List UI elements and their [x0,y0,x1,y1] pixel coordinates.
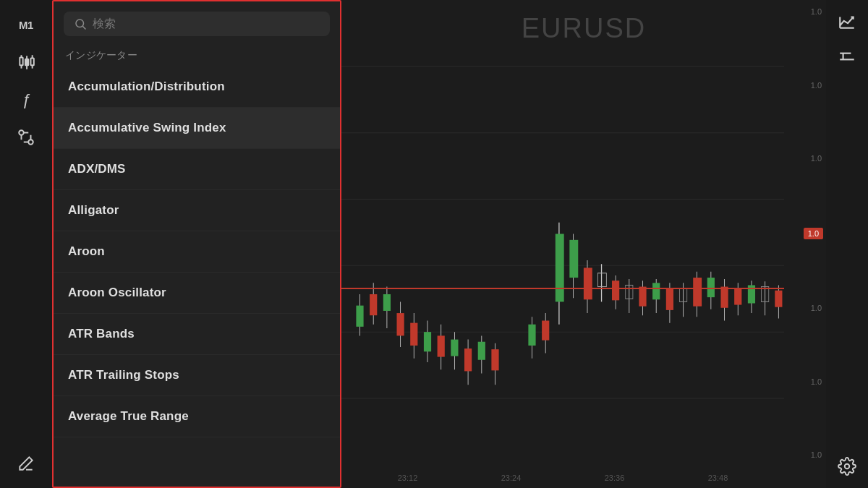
svg-rect-82 [775,291,782,307]
price-label-2: 1.0 [784,81,826,90]
svg-rect-38 [451,340,458,356]
svg-point-88 [845,464,850,469]
svg-line-16 [82,26,85,29]
svg-rect-70 [693,278,702,307]
edit-icon[interactable] [10,448,42,479]
svg-rect-34 [424,332,431,351]
svg-rect-30 [397,313,404,335]
indicator-item-8[interactable]: Average True Range [54,396,340,437]
candlestick-icon[interactable] [10,46,42,78]
time-axis: 23:1223:2423:3623:48 [341,468,784,488]
svg-rect-56 [597,273,606,287]
indicator-item-6[interactable]: ATR Bands [54,314,340,355]
svg-rect-36 [438,335,445,356]
svg-rect-6 [31,59,34,66]
price-label-5: 1.0 [784,304,826,312]
svg-point-10 [28,140,33,145]
object-icon[interactable] [10,121,42,153]
indicator-item-0[interactable]: Accumulation/Distribution [54,67,340,108]
svg-rect-62 [639,287,646,307]
svg-rect-52 [569,240,578,278]
price-label-3: 1.0 [784,154,826,163]
svg-rect-32 [410,323,417,346]
svg-rect-28 [383,294,391,311]
svg-rect-48 [542,321,549,341]
svg-rect-0 [20,58,22,66]
price-label-6: 1.0 [784,377,826,386]
m1-label[interactable]: M1 [10,9,42,40]
indicator-panel: インジケーター Accumulation/DistributionAccumul… [52,0,341,488]
lines-icon[interactable] [834,43,860,69]
svg-rect-54 [584,267,592,299]
indicator-item-4[interactable]: Aroon [54,231,340,273]
svg-point-15 [76,20,84,27]
svg-rect-74 [720,287,728,308]
candlestick-chart [341,0,784,468]
candles-wrapper [341,0,784,468]
svg-rect-64 [652,283,660,299]
indicator-item-5[interactable]: Aroon Oscillator [54,273,340,314]
time-label: 23:24 [501,474,522,482]
price-scale: 1.0 1.0 1.0 1.0 1.0 1.0 1.0 [784,0,826,466]
price-label-7: 1.0 [784,450,826,459]
time-label: 23:36 [605,474,625,482]
time-label: 23:48 [708,474,728,482]
search-wrapper[interactable] [64,12,330,36]
sidebar-left: M1 ƒ [0,0,52,488]
sidebar-right [826,0,868,488]
indicator-item-3[interactable]: Alligator [54,190,340,231]
svg-rect-66 [666,289,673,310]
indicator-list: Accumulation/DistributionAccumulative Sw… [54,67,340,487]
indicator-item-7[interactable]: ATR Trailing Stops [54,355,340,396]
svg-rect-58 [612,281,619,300]
function-icon[interactable]: ƒ [10,84,42,116]
svg-rect-24 [356,306,363,327]
svg-rect-26 [370,294,377,315]
price-label-1: 1.0 [784,7,826,16]
svg-rect-3 [25,59,28,66]
price-line [341,288,784,289]
svg-rect-40 [464,348,472,371]
gear-icon[interactable] [834,453,860,479]
indicator-item-1[interactable]: Accumulative Swing Index [54,108,340,149]
search-input[interactable] [93,17,320,30]
section-label: インジケーター [54,42,340,67]
svg-rect-46 [528,325,535,346]
svg-rect-42 [478,342,485,360]
svg-rect-50 [556,234,564,302]
chart-area: EURUSD [341,0,826,488]
indicator-item-2[interactable]: ADX/DMS [54,149,340,190]
chart-up-icon[interactable] [834,9,860,35]
price-highlight: 1.0 [804,228,823,239]
search-bar [54,1,340,42]
svg-rect-76 [734,288,741,305]
svg-point-9 [19,130,24,135]
time-label: 23:12 [398,474,418,482]
svg-rect-44 [491,349,498,370]
search-icon [74,17,87,30]
